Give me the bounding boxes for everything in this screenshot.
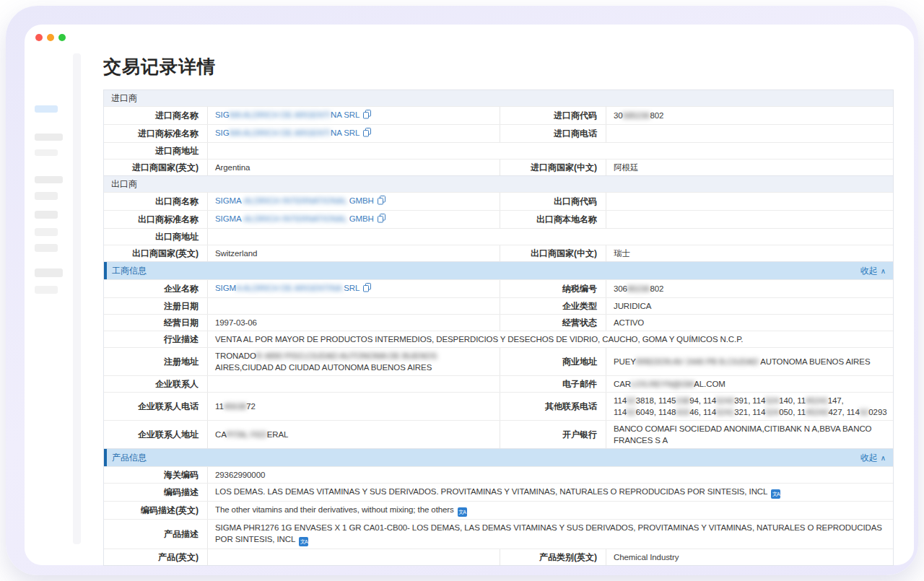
sidebar-item[interactable] [35, 134, 63, 141]
sidebar-item[interactable] [35, 244, 58, 252]
value-text: Argentina [215, 162, 494, 173]
field-label: 产品(英文) [104, 549, 207, 565]
collapse-label: 收起 [860, 453, 878, 463]
redacted-text: 52 [627, 408, 636, 416]
zoom-button[interactable] [58, 34, 66, 41]
value-text: BANCO COMAFI SOCIEDAD ANONIMA,CITIBANK N… [614, 423, 887, 446]
field-value: TRONADOR 4890 PISO,CIUDAD AUTONOMA DE BU… [207, 348, 500, 375]
field-value: ACTIVO [606, 315, 893, 331]
field-label: 注册地址 [104, 348, 207, 375]
field-value: BANCO COMAFI SOCIEDAD ANONIMA,CITIBANK N… [606, 421, 893, 448]
field-value [207, 143, 893, 159]
value-text: SIGMA PHR1276 1G ENVASES X 1 GR CA01-CB0… [215, 522, 887, 546]
field-label: 企业类型 [500, 298, 606, 314]
translate-icon[interactable]: 文A [299, 537, 308, 546]
company-link[interactable]: SIGMA ALDRICH DE ARGENTINA SRL [215, 127, 494, 140]
table-row: 进口商国家(英文)Argentina进口商国家(中文)阿根廷 [104, 159, 893, 175]
field-value [606, 125, 893, 142]
company-link[interactable]: SIGMA ALDRICH DE ARGENTINA SRL [215, 109, 494, 122]
sidebar-item[interactable] [35, 286, 58, 294]
collapse-button[interactable]: 收起∧ [860, 262, 886, 280]
field-value: SIGMA ALDRICH DE ARGENTINA SRL [207, 125, 500, 142]
window-frame: 交易记录详情 进口商进口商名称SIGMA ALDRICH DE ARGENTIN… [6, 6, 918, 575]
field-label: 进口商标准名称 [104, 125, 207, 142]
redacted-text: -ALDRICH INTERNATIONAL [242, 214, 349, 223]
value-text: VENTA AL POR MAYOR DE PRODUCTOS INTERMED… [215, 333, 887, 345]
field-label: 进口商国家(中文) [500, 160, 606, 175]
table-row: 企业联系人地址CAPITAL FEDERAL开户银行BANCO COMAFI S… [104, 420, 893, 448]
section-header: 出口商 [104, 176, 893, 192]
copy-icon[interactable] [378, 214, 385, 226]
field-label: 出口商本地名称 [500, 211, 606, 228]
table-row: 企业联系人电话114563872其他联系电话114523818, 1145238… [104, 392, 893, 420]
copy-icon[interactable] [363, 110, 371, 122]
field-label: 企业联系人地址 [104, 421, 207, 448]
field-label: 经营状态 [500, 315, 606, 331]
value-text: JURIDICA [614, 300, 887, 312]
company-link[interactable]: SIGMA-ALDRICH INTERNATIONAL GMBH [215, 213, 494, 226]
collapse-button[interactable]: 收起∧ [860, 449, 886, 467]
redacted-text: LOS.REYN@GM [631, 380, 694, 388]
field-value: 30585236802 [606, 107, 893, 124]
field-value [606, 211, 893, 228]
table-row: 编码描述(英文)The other vitamins and their der… [104, 501, 893, 519]
table-row: 经营日期1997-03-06经营状态ACTIVO [104, 314, 893, 331]
field-value: SIGMA PHR1276 1G ENVASES X 1 GR CA01-CB0… [207, 520, 893, 549]
field-value [207, 298, 500, 314]
value-text: Chemical Industry [614, 551, 887, 563]
field-value: SIGMA ALDRICH DE ARGENTINA SRL [207, 280, 500, 297]
section-title: 进口商 [111, 93, 137, 103]
redacted-text: 52 [860, 408, 869, 416]
value-text: 114563872 [215, 401, 494, 412]
redacted-text: A ALDRICH DE ARGENTINA [236, 284, 344, 292]
translate-icon[interactable]: 文A [458, 507, 467, 517]
field-value: CAPITAL FEDERAL [207, 421, 500, 448]
value-text: 瑞士 [614, 248, 887, 259]
sidebar-item[interactable] [35, 211, 58, 219]
field-label: 编码描述 [104, 484, 207, 501]
field-value: LOS DEMAS. LAS DEMAS VITAMINAS Y SUS DER… [207, 484, 893, 501]
field-label: 企业名称 [104, 280, 207, 297]
field-value: Switzerland [207, 245, 500, 261]
sidebar-item[interactable] [35, 149, 58, 156]
copy-icon[interactable] [363, 128, 371, 140]
section-product-info: 产品信息收起∧海关编码29362990000编码描述LOS DEMAS. LAS… [103, 448, 894, 566]
value-text: ACTIVO [614, 317, 887, 328]
sidebar-item[interactable] [35, 268, 63, 277]
field-value: SIGMA ALDRICH DE ARGENTINA SRL [207, 107, 500, 124]
section-header: 产品信息收起∧ [104, 449, 893, 466]
field-label: 经营日期 [104, 315, 207, 331]
table-row: 进口商标准名称SIGMA ALDRICH DE ARGENTINA SRL进口商… [104, 124, 893, 142]
sidebar-item[interactable] [35, 176, 63, 183]
redacted-text: RREDON AV 2446 PB B,CIUDAD [636, 357, 759, 366]
field-label: 商业地址 [500, 348, 606, 375]
sidebar [25, 53, 72, 559]
translate-icon[interactable]: 文A [771, 489, 780, 499]
company-link[interactable]: SIGMA ALDRICH DE ARGENTINA SRL [215, 282, 494, 295]
sidebar-item[interactable] [35, 192, 58, 200]
close-button[interactable] [35, 34, 43, 41]
value-text: 30685236802 [614, 283, 887, 294]
field-label: 出口商代码 [500, 193, 606, 210]
field-value: PUEYRREDON AV 2446 PB B,CIUDAD AUTONOMA … [606, 348, 893, 375]
redacted-text: 585236 [623, 111, 650, 120]
value-text: 1997-03-06 [215, 317, 494, 328]
copy-icon[interactable] [378, 196, 385, 208]
minimize-button[interactable] [47, 34, 54, 41]
copy-icon[interactable] [363, 283, 371, 295]
field-label: 注册日期 [104, 298, 207, 314]
field-label: 开户银行 [500, 421, 606, 448]
sidebar-item[interactable] [35, 228, 58, 236]
field-label: 进口商代码 [500, 107, 606, 124]
sidebar-item-active[interactable] [35, 105, 58, 113]
field-value: Argentina [207, 160, 500, 175]
field-label: 出口商名称 [104, 193, 207, 210]
redacted-text: 45241 [806, 396, 828, 405]
field-value: 瑞士 [606, 245, 893, 261]
field-label: 进口商名称 [104, 107, 207, 124]
company-link[interactable]: SIGMA-ALDRICH INTERNATIONAL GMBH [215, 195, 494, 208]
section-header: 进口商 [104, 90, 893, 106]
redacted-text: MA ALDRICH DE ARGENTI [230, 110, 331, 119]
field-label: 出口商国家(英文) [104, 245, 207, 261]
redacted-text: 5241 [716, 408, 734, 416]
